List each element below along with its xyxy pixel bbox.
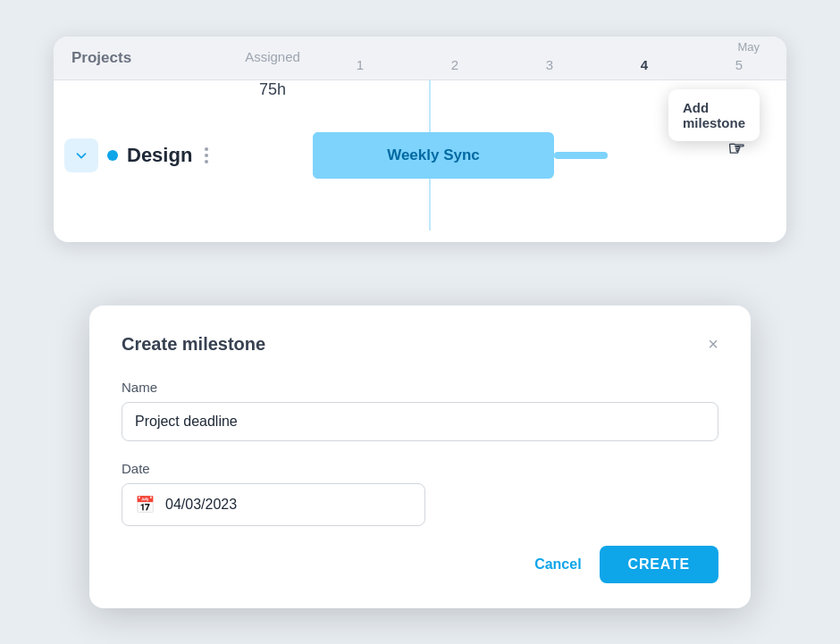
assigned-hours: 75h bbox=[232, 80, 313, 230]
day-1: 1 bbox=[313, 54, 407, 79]
day-3: 3 bbox=[502, 54, 597, 79]
date-field-group: Date 📅 04/03/2023 bbox=[122, 461, 718, 526]
chevron-button[interactable] bbox=[64, 138, 98, 172]
name-input[interactable] bbox=[122, 402, 718, 441]
weekly-sync-bar[interactable]: Weekly Sync bbox=[313, 132, 554, 179]
timeline-header: May 1 2 3 4 5 bbox=[313, 37, 786, 79]
cancel-button[interactable]: Cancel bbox=[534, 556, 581, 573]
menu-dot bbox=[205, 160, 208, 163]
month-label: May bbox=[313, 40, 786, 54]
create-milestone-modal: Create milestone × Name Date 📅 04/03/202… bbox=[89, 305, 751, 608]
day-5: 5 bbox=[692, 54, 786, 79]
project-name: Design bbox=[127, 144, 192, 167]
days-row: 1 2 3 4 5 bbox=[313, 54, 786, 79]
menu-dot bbox=[205, 154, 208, 157]
projects-column-header: Projects bbox=[54, 37, 232, 79]
gantt-card: Projects Assigned May 1 2 3 4 5 bbox=[54, 37, 786, 242]
date-input-wrapper[interactable]: 📅 04/03/2023 bbox=[122, 483, 425, 526]
calendar-icon: 📅 bbox=[135, 495, 155, 514]
date-value: 04/03/2023 bbox=[165, 497, 237, 513]
menu-dot bbox=[205, 147, 208, 151]
timeline-area: Weekly Sync Addmilestone ☞ bbox=[313, 80, 786, 230]
gantt-header: Projects Assigned May 1 2 3 4 5 bbox=[54, 37, 786, 80]
menu-dots-button[interactable] bbox=[201, 144, 212, 167]
day-2: 2 bbox=[407, 54, 502, 79]
project-cell: Design bbox=[54, 80, 232, 230]
create-button[interactable]: CREATE bbox=[600, 546, 718, 583]
modal-title: Create milestone bbox=[122, 334, 265, 355]
add-milestone-tooltip[interactable]: Addmilestone ☞ bbox=[668, 89, 760, 141]
weekly-sync-label: Weekly Sync bbox=[387, 146, 480, 164]
day-4: 4 bbox=[597, 54, 692, 79]
assigned-column-header: Assigned bbox=[232, 37, 313, 79]
project-dot bbox=[107, 150, 118, 161]
name-field-group: Name bbox=[122, 380, 718, 441]
modal-header: Create milestone × bbox=[122, 334, 718, 355]
chevron-down-icon bbox=[73, 147, 89, 163]
cursor-icon: ☞ bbox=[727, 138, 745, 161]
modal-footer: Cancel CREATE bbox=[122, 546, 718, 583]
gantt-body: Design 75h Weekly Sync bbox=[54, 80, 786, 230]
thin-timeline-bar bbox=[554, 152, 608, 159]
date-label: Date bbox=[122, 461, 718, 476]
close-button[interactable]: × bbox=[708, 335, 718, 353]
name-label: Name bbox=[122, 380, 718, 395]
add-milestone-label: Addmilestone bbox=[683, 100, 745, 130]
